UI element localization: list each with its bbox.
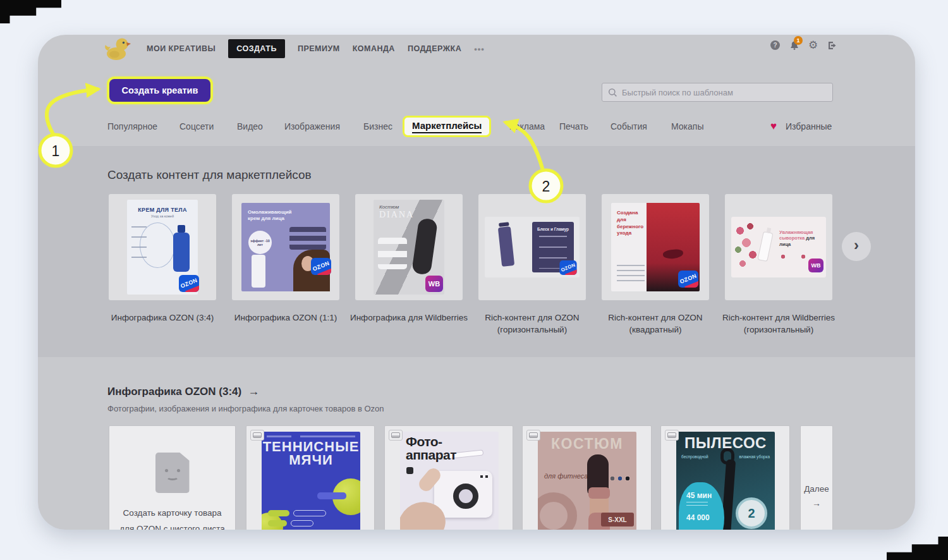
section2-title: Инфографика OZON (3:4) xyxy=(107,386,241,398)
blank-file-icon xyxy=(155,453,190,493)
nav-item-create[interactable]: СОЗДАТЬ xyxy=(228,39,285,58)
wb-badge: WB xyxy=(425,276,443,292)
carousel-next-button[interactable]: › xyxy=(842,232,871,261)
pill-graphic xyxy=(317,492,346,499)
tab-images[interactable]: Изображения xyxy=(284,121,340,131)
template-card-ozon-11[interactable]: Омолаживающий крем для лица эффект -10 л… xyxy=(232,194,339,324)
pill-graphic xyxy=(291,520,313,527)
nav-item-team[interactable]: КОМАНДА xyxy=(353,44,395,53)
image-stack-icon xyxy=(665,430,679,441)
help-icon[interactable]: ? xyxy=(770,40,781,51)
nav-item-support[interactable]: ПОДДЕРЖКА xyxy=(408,44,461,53)
search-input[interactable] xyxy=(622,88,827,97)
poster-tennis: ТЕННИСНЫЕМЯЧИ 3 xyxy=(262,432,360,530)
tab-business[interactable]: Бизнес xyxy=(363,121,392,131)
tab-events[interactable]: События xyxy=(611,121,647,131)
smiley-eye xyxy=(165,469,168,472)
camera-lens-graphic xyxy=(453,484,478,509)
section2-arrow-link[interactable]: → xyxy=(248,385,259,398)
template-card-wildberries[interactable]: Костюм DIANA WB Инфографика для Wildberr… xyxy=(355,194,463,324)
camera-dots-graphic xyxy=(480,475,489,478)
chevron-right-icon: › xyxy=(854,236,859,254)
tab-social[interactable]: Соцсети xyxy=(179,121,214,131)
template-thumbnail: Блеск и Гламур OZON xyxy=(478,194,586,300)
template-card-rich-wb-h[interactable]: Увлажняющая сыворотка для лица WB Rich-к… xyxy=(725,194,832,336)
carousel-title: Создать контент для маркетплейсов xyxy=(107,168,312,182)
poster-subtitle: Уход за кожей xyxy=(127,214,198,218)
tab-mockups[interactable]: Мокапы xyxy=(671,121,703,131)
create-blank-label: Создать карточку товара для OZON с чисто… xyxy=(119,506,226,530)
stats-blob: 45 мин 44 000 xyxy=(679,482,724,530)
app-window: МОИ КРЕАТИВЫ СОЗДАТЬ ПРЕМИУМ КОМАНДА ПОД… xyxy=(38,35,915,530)
sport-top-graphic xyxy=(588,487,610,499)
template-card-rich-ozon-sq[interactable]: Создана для бережного ухода OZON Rich-ко… xyxy=(602,194,709,336)
poster-fashion: Костюм DIANA WB xyxy=(374,200,444,295)
create-creative-button[interactable]: Создать креатив xyxy=(109,79,210,102)
size-pill: S-XXL xyxy=(601,513,634,527)
bell-icon[interactable]: 1 xyxy=(789,40,799,51)
ozon-badge: OZON xyxy=(678,271,698,288)
bottle-graphic xyxy=(252,255,265,288)
gear-icon[interactable]: ⚙ xyxy=(808,40,818,51)
help-glyph: ? xyxy=(770,40,780,50)
template-card-suit[interactable]: КОСТЮМ для фитнеса S-XXL PUSH UP xyxy=(522,425,652,530)
template-search xyxy=(602,83,833,102)
template-card-label: Инфографика для Wildberries xyxy=(348,312,470,324)
more-menu-icon[interactable]: ••• xyxy=(474,44,485,54)
tab-video[interactable]: Видео xyxy=(237,121,263,131)
logout-icon[interactable] xyxy=(827,40,837,51)
tab-ads[interactable]: Реклама xyxy=(509,121,545,131)
flowers-graphic xyxy=(733,221,760,272)
template-card-vacuum[interactable]: ПЫЛЕСОС беспроводнойвлажная уборка 45 ми… xyxy=(660,425,790,530)
ozon-badge: OZON xyxy=(179,275,199,292)
poster-title: КРЕМ ДЛЯ ТЕЛА xyxy=(127,200,198,213)
poster-vacuum: ПЫЛЕСОС беспроводнойвлажная уборка 45 ми… xyxy=(676,432,775,530)
logout-glyph xyxy=(827,40,837,51)
ozon-badge: OZON xyxy=(311,258,331,275)
poster-suit: КОСТЮМ для фитнеса S-XXL PUSH UP xyxy=(538,432,636,530)
image-stack-icon xyxy=(250,430,264,441)
bottle-graphic xyxy=(173,233,190,272)
screen-corner-artifact-top-left xyxy=(0,0,61,23)
poster-script-text: Костюм xyxy=(379,204,399,210)
template-card-label: Rich-контент для OZON (горизонтальный) xyxy=(471,312,593,336)
next-page-card[interactable]: Далее → xyxy=(800,425,833,530)
create-blank-card[interactable]: Создать карточку товара для OZON с чисто… xyxy=(109,425,236,530)
tab-marketplaces-label: Маркетплейсы xyxy=(412,120,482,133)
nav-item-my-creatives[interactable]: МОИ КРЕАТИВЫ xyxy=(147,44,216,53)
effect-circle: эффект -10 лет xyxy=(248,231,272,254)
main-nav: МОИ КРЕАТИВЫ СОЗДАТЬ ПРЕМИУМ КОМАНДА ПОД… xyxy=(147,35,485,63)
poster-camera: Фото-аппарат xyxy=(400,432,499,530)
tab-favorites[interactable]: Избранные xyxy=(786,121,832,131)
tab-popular[interactable]: Популярное xyxy=(107,121,157,131)
ozon-badge: OZON xyxy=(559,260,576,275)
heart-icon[interactable]: ♥ xyxy=(770,120,777,133)
next-page-arrow: → xyxy=(801,498,832,508)
poster-script-text: для фитнеса xyxy=(544,472,588,480)
color-dots-graphic xyxy=(610,476,631,481)
image-stack-icon xyxy=(526,430,540,441)
duck-logo[interactable] xyxy=(104,36,131,63)
template-card-label: Rich-контент для Wildberries (горизонтал… xyxy=(717,312,840,336)
number-circle: 2 xyxy=(736,497,767,529)
next-page-label: Далее xyxy=(801,484,832,494)
template-card-camera[interactable]: Фото-аппарат xyxy=(384,425,513,530)
poster-glam: Блеск и Гламур OZON xyxy=(485,217,580,277)
template-card-tennis[interactable]: ТЕННИСНЫЕМЯЧИ 3 xyxy=(246,425,375,530)
nav-item-premium[interactable]: ПРЕМИУМ xyxy=(298,44,340,53)
poster-title: КОСТЮМ xyxy=(538,435,636,453)
template-card-rich-ozon-h[interactable]: Блеск и Гламур OZON Rich-контент для OZO… xyxy=(478,194,586,336)
pill-graphic xyxy=(268,520,287,527)
poster-cream-body: КРЕМ ДЛЯ ТЕЛА Уход за кожей OZON xyxy=(127,200,198,295)
template-card-label: Инфографика OZON (3:4) xyxy=(101,312,224,324)
stat-power: 44 000 xyxy=(686,513,724,522)
search-icon xyxy=(608,88,617,97)
vacuum-handle-graphic xyxy=(720,448,734,465)
template-card-ozon-34[interactable]: КРЕМ ДЛЯ ТЕЛА Уход за кожей OZON Инфогра… xyxy=(109,194,216,324)
template-thumbnail: КРЕМ ДЛЯ ТЕЛА Уход за кожей OZON xyxy=(109,194,216,300)
template-thumbnail: Увлажняющая сыворотка для лица WB xyxy=(725,194,832,300)
tab-print[interactable]: Печать xyxy=(559,121,588,131)
tab-marketplaces[interactable]: Маркетплейсы xyxy=(403,116,491,137)
notification-badge: 1 xyxy=(794,36,803,45)
template-thumbnail: Создана для бережного ухода OZON xyxy=(602,194,709,300)
